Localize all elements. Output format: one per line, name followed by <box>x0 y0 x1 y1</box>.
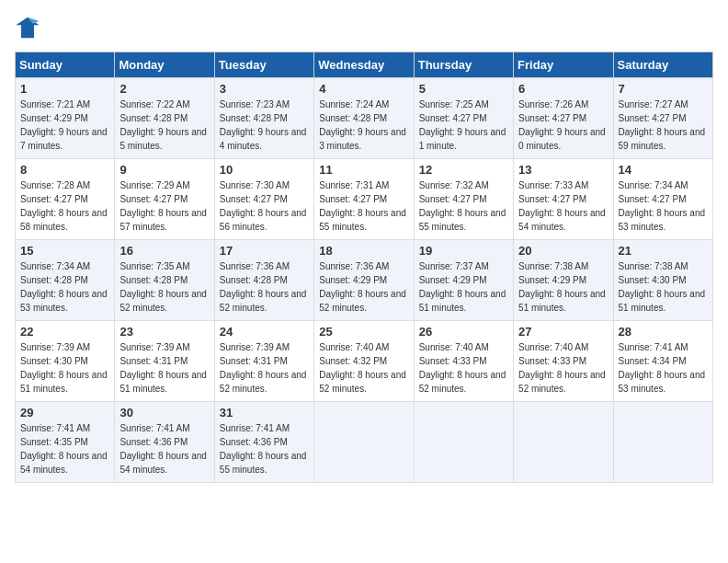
col-header-thursday: Thursday <box>414 52 513 78</box>
calendar-week-3: 15Sunrise: 7:34 AMSunset: 4:28 PMDayligh… <box>16 240 713 321</box>
day-info: Sunrise: 7:30 AMSunset: 4:27 PMDaylight:… <box>220 178 309 234</box>
calendar-cell: 24Sunrise: 7:39 AMSunset: 4:31 PMDayligh… <box>214 321 313 402</box>
day-info: Sunrise: 7:41 AMSunset: 4:34 PMDaylight:… <box>619 340 708 396</box>
day-info: Sunrise: 7:34 AMSunset: 4:27 PMDaylight:… <box>619 178 708 234</box>
day-info: Sunrise: 7:37 AMSunset: 4:29 PMDaylight:… <box>419 259 508 315</box>
day-number: 30 <box>119 406 209 419</box>
day-info: Sunrise: 7:40 AMSunset: 4:33 PMDaylight:… <box>518 340 608 396</box>
day-number: 11 <box>319 163 408 177</box>
day-number: 12 <box>419 163 508 177</box>
day-number: 25 <box>319 325 408 339</box>
day-number: 13 <box>518 163 608 177</box>
calendar-cell <box>314 402 414 483</box>
day-info: Sunrise: 7:23 AMSunset: 4:28 PMDaylight:… <box>220 98 309 153</box>
day-number: 6 <box>518 82 608 96</box>
day-number: 23 <box>119 325 209 339</box>
day-number: 2 <box>119 82 209 96</box>
calendar-cell: 20Sunrise: 7:38 AMSunset: 4:29 PMDayligh… <box>514 240 613 321</box>
day-number: 1 <box>20 82 109 96</box>
day-info: Sunrise: 7:29 AMSunset: 4:27 PMDaylight:… <box>119 178 209 234</box>
calendar-cell: 21Sunrise: 7:38 AMSunset: 4:30 PMDayligh… <box>613 240 712 321</box>
day-number: 22 <box>20 325 109 339</box>
day-info: Sunrise: 7:39 AMSunset: 4:30 PMDaylight:… <box>20 340 109 396</box>
day-number: 9 <box>119 163 209 177</box>
day-info: Sunrise: 7:41 AMSunset: 4:36 PMDaylight:… <box>119 421 209 477</box>
calendar-cell: 31Sunrise: 7:41 AMSunset: 4:36 PMDayligh… <box>214 402 313 483</box>
calendar-cell: 13Sunrise: 7:33 AMSunset: 4:27 PMDayligh… <box>514 159 613 240</box>
day-number: 28 <box>619 325 708 339</box>
col-header-monday: Monday <box>115 52 214 78</box>
day-info: Sunrise: 7:26 AMSunset: 4:27 PMDaylight:… <box>518 98 608 153</box>
calendar-cell: 10Sunrise: 7:30 AMSunset: 4:27 PMDayligh… <box>214 159 313 240</box>
calendar-cell: 15Sunrise: 7:34 AMSunset: 4:28 PMDayligh… <box>16 240 115 321</box>
calendar-cell: 22Sunrise: 7:39 AMSunset: 4:30 PMDayligh… <box>16 321 115 402</box>
day-info: Sunrise: 7:34 AMSunset: 4:28 PMDaylight:… <box>20 259 109 315</box>
calendar-cell: 18Sunrise: 7:36 AMSunset: 4:29 PMDayligh… <box>314 240 414 321</box>
day-number: 26 <box>419 325 508 339</box>
day-info: Sunrise: 7:41 AMSunset: 4:36 PMDaylight:… <box>220 421 309 477</box>
day-info: Sunrise: 7:33 AMSunset: 4:27 PMDaylight:… <box>518 178 608 234</box>
calendar-cell: 1Sunrise: 7:21 AMSunset: 4:29 PMDaylight… <box>16 78 115 159</box>
day-number: 31 <box>220 406 309 419</box>
day-info: Sunrise: 7:25 AMSunset: 4:27 PMDaylight:… <box>419 98 508 153</box>
day-info: Sunrise: 7:32 AMSunset: 4:27 PMDaylight:… <box>419 178 508 234</box>
day-number: 3 <box>220 82 309 96</box>
calendar-cell: 12Sunrise: 7:32 AMSunset: 4:27 PMDayligh… <box>414 159 513 240</box>
day-info: Sunrise: 7:38 AMSunset: 4:30 PMDaylight:… <box>619 259 708 315</box>
page-header <box>15 15 713 40</box>
calendar-cell: 26Sunrise: 7:40 AMSunset: 4:33 PMDayligh… <box>414 321 513 402</box>
calendar-cell: 30Sunrise: 7:41 AMSunset: 4:36 PMDayligh… <box>115 402 214 483</box>
day-number: 18 <box>319 244 408 258</box>
col-header-tuesday: Tuesday <box>214 52 313 78</box>
day-number: 15 <box>20 244 109 258</box>
calendar-week-4: 22Sunrise: 7:39 AMSunset: 4:30 PMDayligh… <box>16 321 713 402</box>
day-number: 10 <box>220 163 309 177</box>
calendar-cell: 23Sunrise: 7:39 AMSunset: 4:31 PMDayligh… <box>115 321 214 402</box>
day-number: 14 <box>619 163 708 177</box>
day-number: 17 <box>220 244 309 258</box>
calendar-week-5: 29Sunrise: 7:41 AMSunset: 4:35 PMDayligh… <box>16 402 713 483</box>
calendar-cell <box>514 402 613 483</box>
day-info: Sunrise: 7:24 AMSunset: 4:28 PMDaylight:… <box>319 98 408 153</box>
logo-icon <box>15 15 40 40</box>
day-number: 16 <box>119 244 209 258</box>
calendar-week-2: 8Sunrise: 7:28 AMSunset: 4:27 PMDaylight… <box>16 159 713 240</box>
day-number: 5 <box>419 82 508 96</box>
day-info: Sunrise: 7:36 AMSunset: 4:29 PMDaylight:… <box>319 259 408 315</box>
day-info: Sunrise: 7:40 AMSunset: 4:32 PMDaylight:… <box>319 340 408 396</box>
calendar-cell: 14Sunrise: 7:34 AMSunset: 4:27 PMDayligh… <box>613 159 712 240</box>
calendar-cell: 6Sunrise: 7:26 AMSunset: 4:27 PMDaylight… <box>514 78 613 159</box>
day-number: 27 <box>518 325 608 339</box>
day-info: Sunrise: 7:35 AMSunset: 4:28 PMDaylight:… <box>119 259 209 315</box>
calendar-cell: 27Sunrise: 7:40 AMSunset: 4:33 PMDayligh… <box>514 321 613 402</box>
day-number: 24 <box>220 325 309 339</box>
day-number: 20 <box>518 244 608 258</box>
calendar-cell: 3Sunrise: 7:23 AMSunset: 4:28 PMDaylight… <box>214 78 313 159</box>
day-info: Sunrise: 7:39 AMSunset: 4:31 PMDaylight:… <box>119 340 209 396</box>
day-info: Sunrise: 7:41 AMSunset: 4:35 PMDaylight:… <box>20 421 109 477</box>
col-header-sunday: Sunday <box>16 52 115 78</box>
logo <box>15 15 44 40</box>
col-header-saturday: Saturday <box>613 52 712 78</box>
day-number: 8 <box>20 163 109 177</box>
calendar-cell: 28Sunrise: 7:41 AMSunset: 4:34 PMDayligh… <box>613 321 712 402</box>
calendar-table: SundayMondayTuesdayWednesdayThursdayFrid… <box>15 52 713 483</box>
day-info: Sunrise: 7:21 AMSunset: 4:29 PMDaylight:… <box>20 98 109 153</box>
day-info: Sunrise: 7:38 AMSunset: 4:29 PMDaylight:… <box>518 259 608 315</box>
col-header-friday: Friday <box>514 52 613 78</box>
calendar-cell: 25Sunrise: 7:40 AMSunset: 4:32 PMDayligh… <box>314 321 414 402</box>
day-number: 29 <box>20 406 109 419</box>
day-info: Sunrise: 7:31 AMSunset: 4:27 PMDaylight:… <box>319 178 408 234</box>
calendar-cell <box>414 402 513 483</box>
day-info: Sunrise: 7:40 AMSunset: 4:33 PMDaylight:… <box>419 340 508 396</box>
calendar-cell: 29Sunrise: 7:41 AMSunset: 4:35 PMDayligh… <box>16 402 115 483</box>
calendar-cell: 4Sunrise: 7:24 AMSunset: 4:28 PMDaylight… <box>314 78 414 159</box>
calendar-cell: 2Sunrise: 7:22 AMSunset: 4:28 PMDaylight… <box>115 78 214 159</box>
calendar-cell: 5Sunrise: 7:25 AMSunset: 4:27 PMDaylight… <box>414 78 513 159</box>
day-number: 4 <box>319 82 408 96</box>
calendar-week-1: 1Sunrise: 7:21 AMSunset: 4:29 PMDaylight… <box>16 78 713 159</box>
day-number: 21 <box>619 244 708 258</box>
day-info: Sunrise: 7:36 AMSunset: 4:28 PMDaylight:… <box>220 259 309 315</box>
calendar-cell: 11Sunrise: 7:31 AMSunset: 4:27 PMDayligh… <box>314 159 414 240</box>
calendar-cell: 17Sunrise: 7:36 AMSunset: 4:28 PMDayligh… <box>214 240 313 321</box>
